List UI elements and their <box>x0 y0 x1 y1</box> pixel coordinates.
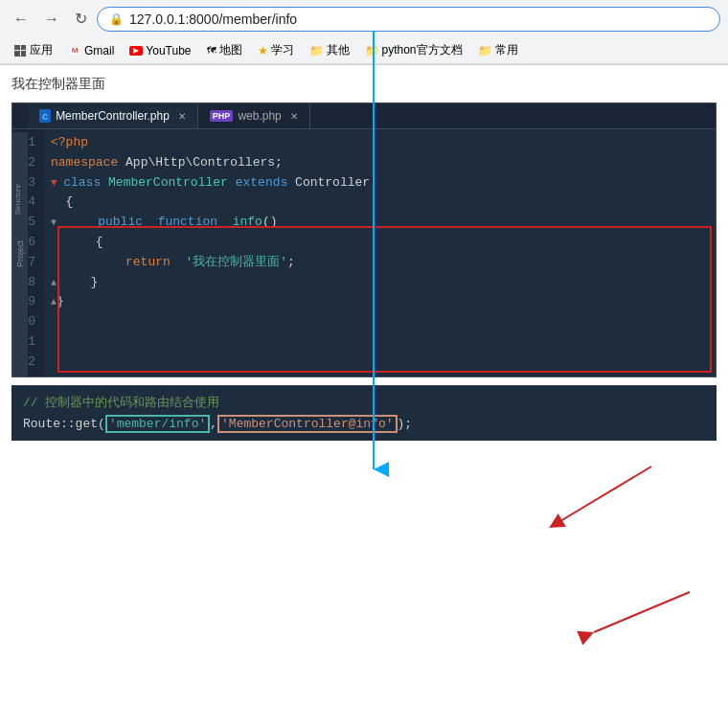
route-prefix: Route::get( <box>23 417 105 431</box>
map-icon: 🗺 <box>207 45 216 56</box>
bookmarks-bar: 应用 M Gmail YouTube 🗺 地图 ★ 学习 📁 其他 📁 <box>0 37 728 64</box>
back-button[interactable]: ← <box>8 7 34 32</box>
page-text: 我在控制器里面 <box>11 76 105 91</box>
bookmark-maps-label: 地图 <box>219 42 242 58</box>
code-line-3: namespace App\Http\Controllers; <box>51 153 708 173</box>
route-separator: , <box>210 417 217 431</box>
sidebar-panel: Project <box>12 132 28 376</box>
bookmark-xuexi[interactable]: ★ 学习 <box>252 40 300 60</box>
tab-web-label: web.php <box>238 109 281 123</box>
star-icon: ★ <box>258 44 268 57</box>
lock-icon: 🔒 <box>109 12 124 26</box>
bookmark-other-label: 其他 <box>327 42 350 58</box>
project-label: Project <box>15 240 25 267</box>
bookmark-xuexi-label: 学习 <box>271 42 294 58</box>
bookmark-apps[interactable]: 应用 <box>8 40 58 60</box>
bookmark-changyong-label: 常用 <box>495 42 518 58</box>
bookmark-youtube[interactable]: YouTube <box>124 42 196 59</box>
route-suffix: ); <box>398 417 413 431</box>
bookmark-changyong[interactable]: 📁 常用 <box>472 40 524 60</box>
bookmark-python-label: python官方文档 <box>382 42 463 58</box>
code-line-11: ▲ } <box>51 273 708 293</box>
code-line-9: { <box>51 233 708 253</box>
tab-membercontroller-label: MemberController.php <box>56 109 170 123</box>
bookmark-maps[interactable]: 🗺 地图 <box>201 40 248 60</box>
route-arg2: 'MemberController@info' <box>217 415 397 433</box>
folder-icon-changyong: 📁 <box>478 44 492 57</box>
code-area: 1 2 3 4 5 6 7 8 9 10 11 12 <?php namespa… <box>12 129 716 376</box>
bookmark-gmail[interactable]: M Gmail <box>62 42 120 59</box>
editor-section: Project c MemberController.php ✕ PHP web… <box>0 102 728 377</box>
folder-icon-other: 📁 <box>309 44 324 57</box>
tab-close-web[interactable]: ✕ <box>290 111 298 122</box>
youtube-icon <box>129 46 143 56</box>
address-text: 127.0.0.1:8000/member/info <box>129 11 708 27</box>
bookmark-youtube-label: YouTube <box>146 44 191 57</box>
page-content: 我在控制器里面 <box>0 65 728 102</box>
bottom-code-line: Route::get( 'member/info' , 'MemberContr… <box>23 415 705 433</box>
apps-grid-icon <box>13 44 27 57</box>
php-icon: PHP <box>210 110 234 122</box>
tab-membercontroller[interactable]: c MemberController.php ✕ <box>28 103 198 128</box>
bottom-section: // 控制器中的代码和路由结合使用 Route::get( 'member/in… <box>11 385 717 441</box>
route-arg1: 'member/info' <box>105 415 210 433</box>
folder-icon-python: 📁 <box>365 44 379 57</box>
reload-button[interactable]: ↻ <box>69 6 93 32</box>
nav-bar: ← → ↻ 🔒 127.0.0.1:8000/member/info <box>0 0 728 37</box>
bottom-comment: // 控制器中的代码和路由结合使用 <box>23 394 705 411</box>
editor-tabs: Project c MemberController.php ✕ PHP web… <box>12 103 716 129</box>
code-line-8: ▼ public function info() <box>51 213 708 233</box>
code-line-7: { <box>51 193 708 213</box>
bookmark-apps-label: 应用 <box>30 42 53 58</box>
code-line-1: <?php <box>51 133 708 153</box>
address-bar[interactable]: 🔒 127.0.0.1:8000/member/info <box>97 7 720 32</box>
code-editor: Project c MemberController.php ✕ PHP web… <box>11 102 717 377</box>
bookmark-python[interactable]: 📁 python官方文档 <box>359 40 468 60</box>
structure-label: Structure <box>12 180 26 218</box>
bookmark-other[interactable]: 📁 其他 <box>304 40 355 60</box>
code-line-10: return '我在控制器里面'; <box>51 253 708 273</box>
code-lines: <?php namespace App\Http\Controllers; ▼ … <box>43 129 716 376</box>
c-icon: c <box>39 109 51 123</box>
tab-close-membercontroller[interactable]: ✕ <box>178 111 186 122</box>
gmail-icon: M <box>68 46 81 56</box>
forward-button[interactable]: → <box>38 7 65 32</box>
code-line-6: ▼ class MemberController extends Control… <box>51 173 708 194</box>
code-line-12: ▲} <box>51 292 708 312</box>
browser-chrome: ← → ↻ 🔒 127.0.0.1:8000/member/info 应用 M … <box>0 0 728 65</box>
bookmark-gmail-label: Gmail <box>84 44 114 57</box>
tab-web[interactable]: PHP web.php ✕ <box>198 103 310 128</box>
svg-line-1 <box>556 467 651 524</box>
